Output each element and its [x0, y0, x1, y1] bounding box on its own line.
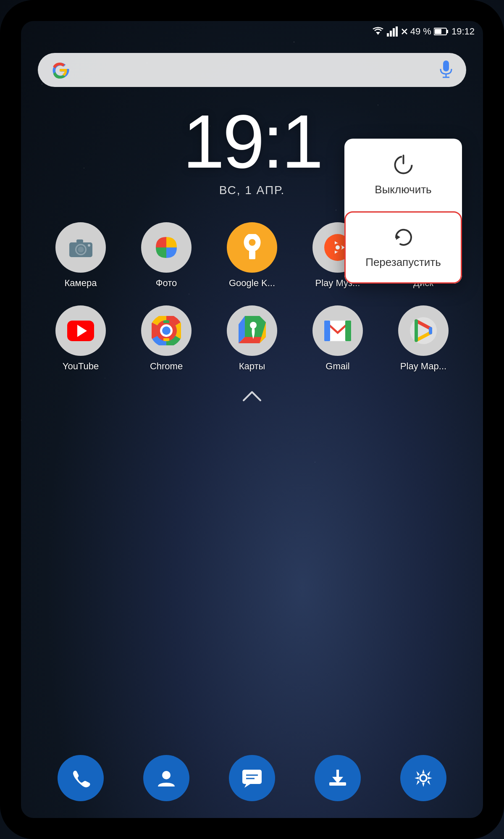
svg-point-18 [78, 247, 84, 252]
app-gmail[interactable]: Gmail [304, 305, 371, 372]
restart-button[interactable]: Перезапустить [344, 211, 462, 284]
messages-icon [241, 768, 263, 789]
dock-contacts[interactable] [143, 755, 189, 801]
playmarket-label: Play Мар... [400, 361, 446, 372]
svg-point-20 [88, 244, 90, 247]
battery-text: 49 % [410, 26, 431, 37]
svg-point-44 [162, 771, 171, 779]
svg-rect-8 [446, 30, 448, 33]
svg-rect-3 [393, 28, 395, 37]
svg-rect-19 [76, 239, 83, 243]
svg-point-52 [420, 775, 427, 781]
app-photos[interactable]: Фото [133, 222, 200, 289]
battery-icon [434, 27, 449, 36]
app-youtube[interactable]: YouTube [47, 305, 114, 372]
svg-marker-15 [396, 234, 400, 240]
power-icon [392, 153, 415, 176]
camera-label: Камера [65, 278, 97, 289]
svg-point-23 [249, 239, 255, 246]
google-logo [50, 60, 69, 79]
dock-phone[interactable] [58, 755, 104, 801]
youtube-label: YouTube [63, 361, 99, 372]
svg-point-27 [336, 245, 340, 250]
status-bar: 49 % 19:12 [21, 21, 483, 40]
svg-rect-9 [435, 29, 441, 34]
svg-point-37 [162, 326, 171, 335]
app-google-keep[interactable]: Google K... [218, 222, 286, 289]
app-maps[interactable]: Карты [218, 305, 286, 372]
screen-content: 49 % 19:12 [21, 21, 483, 818]
playmarket-icon [398, 305, 449, 356]
signal-icon [387, 26, 399, 37]
clock-status: 19:12 [452, 26, 475, 37]
keep-label: Google K... [229, 278, 275, 289]
mic-icon[interactable] [438, 60, 454, 79]
photos-label: Фото [156, 278, 177, 289]
app-chrome[interactable]: Chrome [133, 305, 200, 372]
app-row-2: YouTube [38, 305, 466, 372]
shutdown-button[interactable]: Выключить [344, 139, 462, 211]
gmail-icon [312, 305, 363, 356]
chrome-label: Chrome [150, 361, 183, 372]
svg-rect-40 [324, 321, 330, 341]
restart-icon [392, 226, 415, 249]
chevron-up-icon [242, 390, 262, 402]
svg-rect-45 [242, 770, 262, 784]
maps-label: Карты [239, 361, 265, 372]
svg-rect-10 [443, 60, 449, 71]
dock-downloads[interactable] [315, 755, 361, 801]
phone-icon [70, 768, 91, 789]
status-icons: 49 % 19:12 [372, 26, 475, 37]
dock-messages[interactable] [229, 755, 275, 801]
svg-rect-41 [345, 321, 351, 341]
svg-rect-4 [396, 26, 398, 37]
svg-marker-46 [244, 784, 250, 788]
keep-icon [227, 222, 277, 273]
settings-icon [413, 768, 434, 789]
gmail-label: Gmail [326, 361, 349, 372]
google-search-bar[interactable] [38, 53, 466, 87]
svg-marker-0 [376, 32, 380, 35]
wifi-icon [372, 26, 384, 37]
app-drawer-arrow[interactable] [21, 389, 483, 406]
photos-icon [141, 222, 192, 273]
chrome-icon [141, 305, 192, 356]
power-menu: Выключить Перезапустить [344, 139, 462, 284]
youtube-icon [55, 305, 106, 356]
camera-icon [55, 222, 106, 273]
svg-point-42 [410, 317, 437, 344]
dock [21, 755, 483, 801]
svg-rect-2 [390, 31, 392, 37]
svg-rect-1 [387, 33, 389, 37]
maps-icon [227, 305, 277, 356]
app-camera[interactable]: Камера [47, 222, 114, 289]
app-play-market[interactable]: Play Мар... [390, 305, 457, 372]
shutdown-label: Выключить [375, 183, 431, 196]
dock-settings[interactable] [400, 755, 446, 801]
svg-rect-22 [249, 251, 255, 259]
signal-off-icon [401, 28, 408, 35]
downloads-icon [327, 768, 348, 789]
contacts-icon [156, 768, 177, 789]
restart-label: Перезапустить [365, 256, 441, 269]
